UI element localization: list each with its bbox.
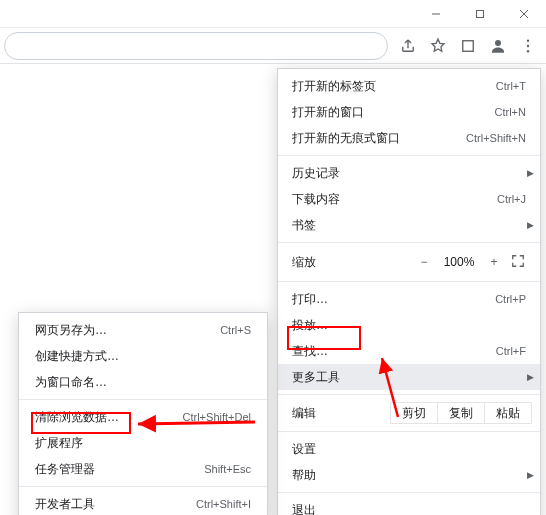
- menu-separator: [278, 492, 540, 493]
- menu-label: 打印…: [292, 291, 495, 308]
- svg-rect-1: [477, 10, 484, 17]
- cut-button[interactable]: 剪切: [390, 402, 438, 424]
- menu-shortcut: Ctrl+Shift+N: [466, 132, 526, 144]
- menu-print[interactable]: 打印… Ctrl+P: [278, 286, 540, 312]
- menu-label: 下载内容: [292, 191, 497, 208]
- fullscreen-icon[interactable]: [506, 254, 530, 271]
- copy-button[interactable]: 复制: [437, 402, 485, 424]
- menu-shortcut: Ctrl+Shift+I: [196, 498, 251, 510]
- menu-label: 打开新的标签页: [292, 78, 496, 95]
- menu-separator: [19, 486, 267, 487]
- menu-label: 任务管理器: [35, 461, 204, 478]
- menu-label: 更多工具: [292, 369, 526, 386]
- menu-shortcut: Ctrl+Shift+Del: [183, 411, 251, 423]
- menu-shortcut: Shift+Esc: [204, 463, 251, 475]
- menu-shortcut: Ctrl+T: [496, 80, 526, 92]
- menu-label: 开发者工具: [35, 496, 196, 513]
- menu-shortcut: Ctrl+S: [220, 324, 251, 336]
- zoom-label: 缩放: [292, 254, 412, 271]
- omnibox[interactable]: [4, 32, 388, 60]
- menu-downloads[interactable]: 下载内容 Ctrl+J: [278, 186, 540, 212]
- menu-shortcut: Ctrl+J: [497, 193, 526, 205]
- zoom-out-button[interactable]: −: [412, 255, 436, 269]
- menu-exit[interactable]: 退出: [278, 497, 540, 515]
- minimize-button[interactable]: [414, 0, 458, 28]
- svg-rect-4: [463, 40, 474, 51]
- chevron-right-icon: ▶: [527, 220, 534, 230]
- submenu-dev-tools[interactable]: 开发者工具 Ctrl+Shift+I: [19, 491, 267, 515]
- menu-label: 为窗口命名…: [35, 374, 251, 391]
- window-titlebar: [0, 0, 546, 28]
- submenu-name-window[interactable]: 为窗口命名…: [19, 369, 267, 395]
- zoom-in-button[interactable]: +: [482, 255, 506, 269]
- menu-separator: [278, 155, 540, 156]
- menu-separator: [278, 281, 540, 282]
- submenu-clear-browsing-data[interactable]: 清除浏览数据… Ctrl+Shift+Del: [19, 404, 267, 430]
- close-button[interactable]: [502, 0, 546, 28]
- menu-more-tools[interactable]: 更多工具 ▶: [278, 364, 540, 390]
- menu-shortcut: Ctrl+P: [495, 293, 526, 305]
- edit-label: 编辑: [292, 405, 391, 422]
- menu-label: 帮助: [292, 467, 526, 484]
- menu-label: 打开新的无痕式窗口: [292, 130, 466, 147]
- menu-incognito[interactable]: 打开新的无痕式窗口 Ctrl+Shift+N: [278, 125, 540, 151]
- menu-label: 扩展程序: [35, 435, 251, 452]
- profile-icon[interactable]: [484, 32, 512, 60]
- chevron-right-icon: ▶: [527, 168, 534, 178]
- menu-label: 投放…: [292, 317, 526, 334]
- menu-label: 网页另存为…: [35, 322, 220, 339]
- submenu-task-manager[interactable]: 任务管理器 Shift+Esc: [19, 456, 267, 482]
- svg-point-6: [527, 39, 529, 41]
- menu-label: 清除浏览数据…: [35, 409, 183, 426]
- zoom-percent: 100%: [436, 255, 482, 269]
- menu-settings[interactable]: 设置: [278, 436, 540, 462]
- menu-label: 退出: [292, 502, 526, 516]
- menu-label: 查找…: [292, 343, 496, 360]
- svg-point-7: [527, 44, 529, 46]
- menu-help[interactable]: 帮助 ▶: [278, 462, 540, 488]
- menu-label: 创建快捷方式…: [35, 348, 251, 365]
- submenu-extensions[interactable]: 扩展程序: [19, 430, 267, 456]
- menu-separator: [278, 431, 540, 432]
- main-menu: 打开新的标签页 Ctrl+T 打开新的窗口 Ctrl+N 打开新的无痕式窗口 C…: [277, 68, 541, 515]
- submenu-create-shortcut[interactable]: 创建快捷方式…: [19, 343, 267, 369]
- menu-label: 设置: [292, 441, 526, 458]
- menu-label: 打开新的窗口: [292, 104, 495, 121]
- svg-point-5: [495, 40, 501, 46]
- menu-new-window[interactable]: 打开新的窗口 Ctrl+N: [278, 99, 540, 125]
- menu-separator: [278, 242, 540, 243]
- browser-toolbar: [0, 28, 546, 64]
- menu-separator: [19, 399, 267, 400]
- svg-point-8: [527, 50, 529, 52]
- menu-icon[interactable]: [514, 32, 542, 60]
- menu-bookmarks[interactable]: 书签 ▶: [278, 212, 540, 238]
- menu-edit: 编辑 剪切 复制 粘贴: [278, 399, 540, 427]
- more-tools-submenu: 网页另存为… Ctrl+S 创建快捷方式… 为窗口命名… 清除浏览数据… Ctr…: [18, 312, 268, 515]
- menu-shortcut: Ctrl+N: [495, 106, 526, 118]
- maximize-button[interactable]: [458, 0, 502, 28]
- menu-label: 历史记录: [292, 165, 526, 182]
- extensions-icon[interactable]: [454, 32, 482, 60]
- menu-label: 书签: [292, 217, 526, 234]
- star-icon[interactable]: [424, 32, 452, 60]
- paste-button[interactable]: 粘贴: [484, 402, 532, 424]
- menu-shortcut: Ctrl+F: [496, 345, 526, 357]
- chevron-right-icon: ▶: [527, 470, 534, 480]
- chevron-right-icon: ▶: [527, 372, 534, 382]
- menu-new-tab[interactable]: 打开新的标签页 Ctrl+T: [278, 73, 540, 99]
- menu-zoom: 缩放 − 100% +: [278, 247, 540, 277]
- menu-cast[interactable]: 投放…: [278, 312, 540, 338]
- submenu-save-as[interactable]: 网页另存为… Ctrl+S: [19, 317, 267, 343]
- share-icon[interactable]: [394, 32, 422, 60]
- menu-history[interactable]: 历史记录 ▶: [278, 160, 540, 186]
- menu-separator: [278, 394, 540, 395]
- menu-find[interactable]: 查找… Ctrl+F: [278, 338, 540, 364]
